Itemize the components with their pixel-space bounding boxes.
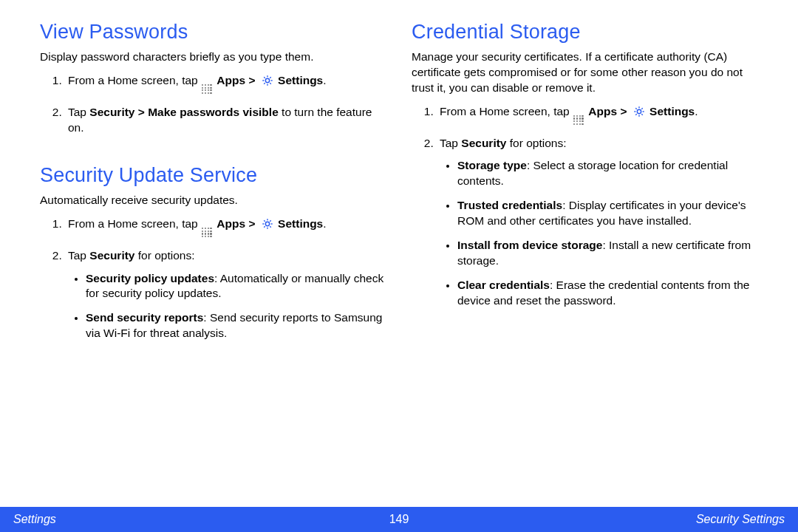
step-item: Tap Security for options: Security polic…: [65, 248, 389, 341]
step-bold: Security > Make passwords visible: [89, 106, 278, 118]
steps-security-update: From a Home screen, tap Apps > Settings.…: [40, 216, 389, 341]
heading-view-passwords: View Passwords: [40, 21, 389, 44]
list-item: Trusted credentials: Display certificate…: [457, 198, 761, 229]
steps-credential-storage: From a Home screen, tap Apps > Settings.…: [412, 103, 761, 309]
list-item: Storage type: Select a storage location …: [457, 158, 761, 189]
step-text: From a Home screen, tap: [440, 105, 573, 117]
footer-left: Settings: [13, 513, 270, 526]
settings-label: Settings: [278, 217, 323, 230]
footer-page-number: 149: [270, 513, 528, 526]
gear-icon: [262, 218, 273, 230]
step-suffix: for options:: [134, 249, 194, 262]
step-text: Tap: [68, 106, 89, 118]
step-item: Tap Security for options: Storage type: …: [437, 135, 761, 309]
step-item: Tap Security > Make passwords visible to…: [65, 104, 389, 136]
step-text: From a Home screen, tap: [68, 217, 201, 230]
settings-label: Settings: [649, 105, 695, 117]
list-item: Clear credentials: Erase the credential …: [457, 278, 761, 309]
heading-credential-storage: Credential Storage: [412, 21, 761, 44]
step-suffix: for options:: [506, 137, 566, 149]
step-item: From a Home screen, tap Apps > Settings.: [437, 103, 761, 126]
step-bold: Security: [461, 137, 506, 149]
footer-right: Security Settings: [528, 513, 785, 526]
options-list: Storage type: Select a storage location …: [440, 158, 761, 308]
apps-grid-icon: [573, 115, 584, 126]
right-column: Credential Storage Manage your security …: [412, 21, 761, 494]
apps-label: Apps >: [588, 105, 630, 117]
intro-credential-storage: Manage your security certificates. If a …: [412, 50, 761, 96]
option-name: Clear credentials: [457, 279, 550, 291]
list-item: Install from device storage: Install a n…: [457, 238, 761, 269]
step-bold: Security: [89, 249, 134, 262]
gear-icon: [262, 75, 273, 86]
steps-view-passwords: From a Home screen, tap Apps > Settings.…: [40, 72, 389, 136]
gear-icon: [633, 106, 645, 117]
step-suffix: .: [695, 105, 698, 117]
option-name: Storage type: [457, 159, 527, 171]
intro-view-passwords: Display password characters briefly as y…: [40, 50, 389, 65]
step-suffix: .: [323, 74, 326, 86]
option-name: Send security reports: [86, 311, 203, 324]
settings-label: Settings: [278, 74, 323, 86]
step-text: Tap: [68, 249, 89, 262]
step-text: From a Home screen, tap: [68, 74, 201, 86]
apps-grid-icon: [202, 84, 213, 95]
two-column-layout: View Passwords Display password characte…: [40, 21, 761, 494]
step-item: From a Home screen, tap Apps > Settings.: [65, 216, 389, 239]
options-list: Security policy updates: Automatically o…: [68, 271, 389, 342]
step-text: Tap: [440, 137, 461, 149]
step-suffix: .: [323, 217, 326, 230]
intro-security-update: Automatically receive security updates.: [40, 193, 389, 208]
manual-page: View Passwords Display password characte…: [0, 0, 798, 532]
heading-security-update: Security Update Service: [40, 164, 389, 187]
apps-label: Apps >: [216, 74, 258, 86]
svg-point-0: [265, 78, 269, 82]
list-item: Send security reports: Send security rep…: [86, 310, 389, 341]
step-item: From a Home screen, tap Apps > Settings.: [65, 72, 389, 95]
apps-label: Apps >: [216, 217, 258, 230]
svg-point-2: [637, 109, 641, 113]
left-column: View Passwords Display password characte…: [40, 21, 389, 494]
svg-point-1: [265, 222, 269, 225]
option-name: Trusted credentials: [457, 199, 562, 211]
apps-grid-icon: [202, 228, 213, 239]
list-item: Security policy updates: Automatically o…: [86, 271, 389, 302]
option-name: Install from device storage: [457, 239, 602, 251]
option-name: Security policy updates: [86, 272, 214, 284]
page-footer: Settings 149 Security Settings: [0, 507, 798, 532]
